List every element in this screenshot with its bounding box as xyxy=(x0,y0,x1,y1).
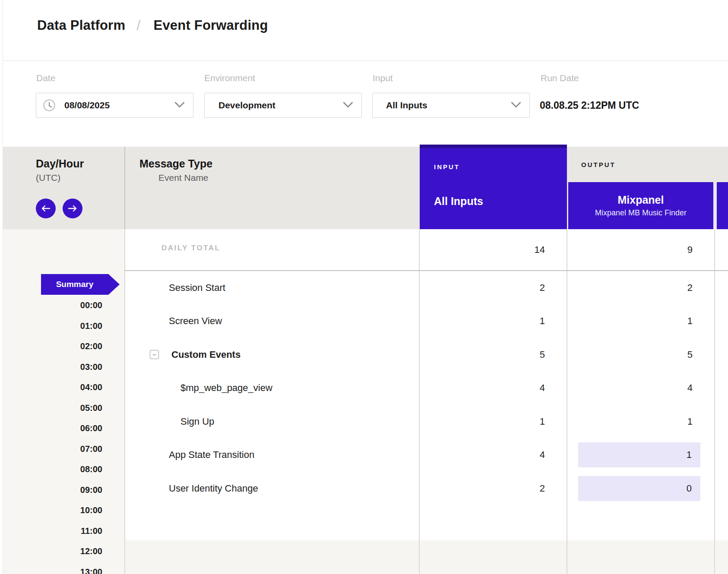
message-type-subtitle: Event Name xyxy=(158,173,212,183)
message-type-title: Message Type xyxy=(139,158,212,170)
event-name-label: − Custom Events xyxy=(150,349,241,360)
column-divider xyxy=(567,229,567,574)
input-filter-label: Input xyxy=(373,73,393,83)
event-name-text: Screen View xyxy=(169,315,222,326)
input-count: 2 xyxy=(540,282,545,293)
breadcrumb-separator: / xyxy=(136,17,140,34)
environment-value: Development xyxy=(218,100,275,110)
event-name-text: User Identity Change xyxy=(169,483,258,494)
hour-row-1100[interactable]: 11:00 xyxy=(3,526,102,536)
date-value: 08/08/2025 xyxy=(64,100,110,110)
output-highlight-cell: 0 xyxy=(578,476,700,501)
next-output-column-partial xyxy=(717,182,728,229)
event-name-text: Sign Up xyxy=(180,416,214,427)
input-count: 5 xyxy=(540,349,545,360)
chevron-down-icon xyxy=(342,101,354,108)
day-hour-header: Day/Hour (UTC) xyxy=(36,158,84,183)
breadcrumb: Data Platform / Event Forwarding xyxy=(37,17,268,34)
arrow-right-icon xyxy=(68,205,77,212)
input-count: 1 xyxy=(540,315,545,327)
chevron-down-icon xyxy=(174,101,185,108)
input-count: 2 xyxy=(540,483,545,494)
breadcrumb-bar: Data Platform / Event Forwarding xyxy=(3,0,728,61)
arrow-left-icon xyxy=(41,205,51,212)
input-column-name: All Inputs xyxy=(434,195,483,208)
date-filter-label: Date xyxy=(36,73,55,83)
daily-total-label: DAILY TOTAL xyxy=(161,244,220,252)
date-dropdown[interactable]: 08/08/2025 xyxy=(36,93,193,118)
output-column-subtitle: Mixpanel MB Music Finder xyxy=(595,208,687,218)
environment-filter-label: Environment xyxy=(204,73,255,83)
output-count: 0 xyxy=(687,483,692,494)
input-count: 4 xyxy=(540,449,545,460)
output-group-label: OUTPUT xyxy=(581,161,616,168)
day-pagination xyxy=(36,199,82,218)
event-name-text: Custom Events xyxy=(171,349,241,360)
day-hour-subtitle: (UTC) xyxy=(36,173,84,183)
hour-row-1300[interactable]: 13:00 xyxy=(3,567,102,574)
event-rows: Session Start 2 2 Screen View 1 1 − Cust… xyxy=(0,271,728,505)
column-divider xyxy=(714,229,715,574)
output-count: 2 xyxy=(687,282,693,293)
table-row: − Custom Events 5 5 xyxy=(0,338,728,372)
output-column-header-mixpanel: Mixpanel Mixpanel MB Music Finder xyxy=(568,182,713,229)
event-name-label: User Identity Change xyxy=(169,483,258,494)
table-row: $mp_web_page_view 4 4 xyxy=(0,372,728,405)
hour-row-1200[interactable]: 12:00 xyxy=(3,546,102,556)
event-name-label: Session Start xyxy=(169,282,225,293)
chevron-down-icon xyxy=(510,101,522,108)
environment-dropdown[interactable]: Development xyxy=(204,93,362,118)
input-group-label: INPUT xyxy=(434,163,460,170)
hour-row-1000[interactable]: 10:00 xyxy=(3,505,102,515)
clock-icon xyxy=(43,99,56,112)
output-count: 1 xyxy=(687,315,693,327)
event-name-text: $mp_web_page_view xyxy=(180,382,272,393)
output-count: 1 xyxy=(687,416,693,427)
table-row: Screen View 1 1 xyxy=(0,305,728,338)
column-divider xyxy=(419,229,420,574)
daily-total-input-count: 14 xyxy=(535,244,545,255)
event-name-text: App State Transition xyxy=(169,449,254,460)
run-date-value: 08.08.25 2:12PM UTC xyxy=(540,100,639,111)
input-column-accent-strip xyxy=(420,145,567,148)
previous-day-button[interactable] xyxy=(36,199,56,218)
input-value: All Inputs xyxy=(386,100,427,110)
event-name-label: App State Transition xyxy=(169,449,254,460)
page-title: Event Forwarding xyxy=(154,18,268,33)
table-row: App State Transition 4 1 xyxy=(0,438,728,472)
breadcrumb-parent-link[interactable]: Data Platform xyxy=(37,18,125,33)
table-footer-strip xyxy=(125,540,728,574)
output-column-name: Mixpanel xyxy=(618,194,664,206)
table-row: User Identity Change 2 0 xyxy=(0,472,728,505)
input-count: 4 xyxy=(540,382,545,394)
output-count: 4 xyxy=(687,382,693,394)
run-date-label: Run Date xyxy=(541,73,579,83)
output-count: 5 xyxy=(687,349,693,360)
input-dropdown[interactable]: All Inputs xyxy=(372,93,530,118)
day-hour-title: Day/Hour xyxy=(36,158,84,170)
input-column-header: INPUT All Inputs xyxy=(420,145,567,229)
next-day-button[interactable] xyxy=(63,199,82,218)
event-name-text: Session Start xyxy=(169,282,225,293)
collapse-icon[interactable]: − xyxy=(150,350,159,359)
message-type-header: Message Type Event Name xyxy=(139,158,212,183)
table-row: Sign Up 1 1 xyxy=(0,405,728,438)
daily-total-row: DAILY TOTAL 14 9 xyxy=(0,229,728,271)
event-name-label: $mp_web_page_view xyxy=(180,382,272,394)
daily-total-output-count: 9 xyxy=(687,244,693,255)
output-highlight-cell: 1 xyxy=(578,442,700,467)
output-count: 1 xyxy=(687,449,692,460)
event-forwarding-screen: Data Platform / Event Forwarding Date En… xyxy=(0,0,728,574)
daily-total-divider xyxy=(124,270,728,271)
column-divider xyxy=(124,147,125,229)
table-row: Session Start 2 2 xyxy=(0,271,728,305)
column-divider xyxy=(124,229,125,574)
input-count: 1 xyxy=(540,416,545,427)
event-name-label: Sign Up xyxy=(180,416,214,427)
event-name-label: Screen View xyxy=(169,315,222,327)
